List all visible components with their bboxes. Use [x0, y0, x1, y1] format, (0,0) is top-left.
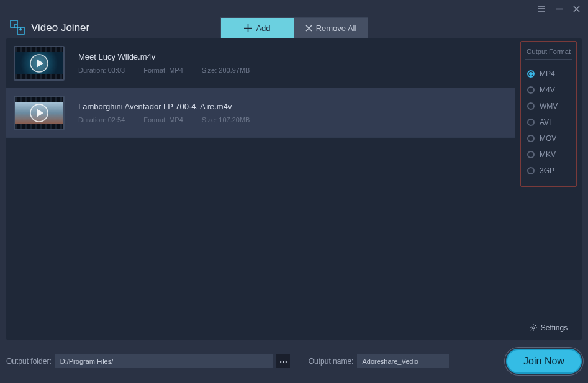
- settings-button[interactable]: Settings: [520, 323, 577, 332]
- plus-icon: [244, 24, 252, 32]
- gear-icon: [530, 324, 537, 331]
- output-folder-input[interactable]: [55, 354, 273, 368]
- menu-icon[interactable]: [537, 4, 546, 13]
- radio-icon: [527, 102, 535, 110]
- browse-folder-button[interactable]: ⋯: [276, 354, 290, 368]
- output-format-panel: Output Format MP4M4VWMVAVIMOVMKV3GP: [520, 41, 577, 187]
- file-duration: Duration: 03:03: [78, 66, 125, 74]
- minimize-button[interactable]: [554, 4, 563, 13]
- file-format: Format: MP4: [143, 66, 183, 74]
- format-option-wmv[interactable]: WMV: [525, 98, 572, 114]
- output-name-label: Output name:: [309, 357, 354, 366]
- file-size: Size: 200.97MB: [202, 66, 250, 74]
- radio-icon: [527, 167, 535, 174]
- format-option-3gp[interactable]: 3GP: [525, 163, 572, 179]
- radio-icon: [527, 135, 535, 142]
- format-option-mkv[interactable]: MKV: [525, 146, 572, 163]
- app-title: Video Joiner: [31, 22, 89, 34]
- close-button[interactable]: [572, 4, 581, 13]
- radio-icon: [527, 151, 535, 158]
- x-icon: [305, 25, 312, 32]
- file-item[interactable]: Lamborghini Aventador LP 700-4. A re.m4v…: [6, 88, 515, 138]
- file-size: Size: 107.20MB: [202, 116, 250, 124]
- radio-icon: [527, 119, 535, 126]
- add-button[interactable]: Add: [221, 18, 294, 38]
- radio-icon: [527, 70, 535, 78]
- output-format-title: Output Format: [525, 48, 572, 60]
- radio-icon: [527, 86, 535, 94]
- output-folder-label: Output folder:: [6, 357, 52, 366]
- format-option-mp4[interactable]: MP4: [525, 66, 572, 82]
- app-logo-icon: [10, 20, 26, 36]
- file-name: Lamborghini Aventador LP 700-4. A re.m4v: [78, 102, 507, 111]
- format-option-mov[interactable]: MOV: [525, 130, 572, 146]
- file-thumbnail: [14, 46, 65, 81]
- format-option-m4v[interactable]: M4V: [525, 82, 572, 98]
- svg-point-4: [532, 327, 535, 329]
- join-now-button[interactable]: Join Now: [506, 349, 582, 374]
- file-duration: Duration: 02:54: [78, 116, 125, 124]
- output-name-input[interactable]: [357, 354, 449, 368]
- file-format: Format: MP4: [143, 116, 183, 124]
- file-list: Meet Lucy Wilde.m4v Duration: 03:03 Form…: [6, 38, 515, 340]
- file-item[interactable]: Meet Lucy Wilde.m4v Duration: 03:03 Form…: [6, 38, 515, 88]
- play-icon: [29, 103, 49, 123]
- remove-all-button[interactable]: Remove All: [294, 18, 368, 38]
- file-name: Meet Lucy Wilde.m4v: [78, 52, 507, 61]
- format-option-avi[interactable]: AVI: [525, 114, 572, 130]
- file-thumbnail: [14, 96, 65, 130]
- play-icon: [29, 53, 49, 73]
